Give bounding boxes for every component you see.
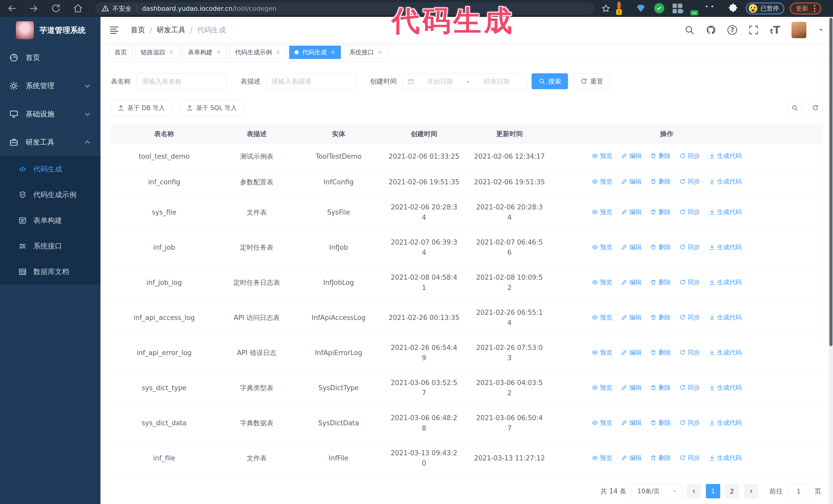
edit-link[interactable]: 编辑 bbox=[621, 347, 642, 358]
sync-link[interactable]: 同步 bbox=[680, 151, 700, 161]
sync-link[interactable]: 同步 bbox=[680, 207, 700, 217]
generate-code-link[interactable]: 生成代码 bbox=[709, 383, 742, 393]
sync-link[interactable]: 同步 bbox=[680, 176, 700, 187]
generate-code-link[interactable]: 生成代码 bbox=[709, 417, 742, 428]
sync-link[interactable]: 同步 bbox=[680, 453, 700, 463]
sidebar-item-home[interactable]: 首页 bbox=[0, 44, 100, 72]
generate-code-link[interactable]: 生成代码 bbox=[709, 277, 742, 287]
sidebar-item-devtools[interactable]: 研发工具 bbox=[0, 128, 100, 157]
date-range-picker[interactable]: 开始日期 - 结束日期 bbox=[402, 73, 527, 89]
delete-link[interactable]: 删除 bbox=[650, 347, 671, 358]
generate-code-link[interactable]: 生成代码 bbox=[709, 312, 742, 322]
preview-link[interactable]: 预览 bbox=[592, 242, 612, 252]
fullscreen-icon[interactable] bbox=[748, 25, 759, 35]
sidebar-item-db-doc[interactable]: 数据库文档 bbox=[0, 259, 100, 285]
tab-home[interactable]: 首页 bbox=[109, 46, 132, 59]
edit-link[interactable]: 编辑 bbox=[621, 312, 642, 322]
tab-codegen[interactable]: 代码生成 bbox=[289, 46, 341, 59]
page-button-1[interactable]: 1 bbox=[706, 484, 720, 498]
sync-link[interactable]: 同步 bbox=[680, 383, 700, 393]
delete-link[interactable]: 删除 bbox=[650, 277, 671, 287]
tab-form-builder[interactable]: 表单构建 bbox=[183, 46, 227, 59]
avatar[interactable] bbox=[791, 22, 806, 38]
edit-link[interactable]: 编辑 bbox=[621, 453, 642, 463]
profile-paused-chip[interactable]: 已暂停 bbox=[746, 3, 784, 14]
delete-link[interactable]: 删除 bbox=[650, 453, 671, 463]
delete-link[interactable]: 删除 bbox=[650, 383, 671, 393]
delete-link[interactable]: 删除 bbox=[650, 312, 671, 322]
preview-link[interactable]: 预览 bbox=[592, 383, 612, 393]
extension-dark-icon[interactable]: on bbox=[691, 3, 702, 14]
breadcrumb-home[interactable]: 首页 bbox=[131, 25, 145, 35]
generate-code-link[interactable]: 生成代码 bbox=[709, 151, 742, 161]
forward-icon[interactable] bbox=[29, 3, 39, 14]
page-button-2[interactable]: 2 bbox=[725, 484, 739, 498]
reset-button[interactable]: 重置 bbox=[574, 73, 610, 89]
hamburger-icon[interactable] bbox=[109, 25, 119, 35]
preview-link[interactable]: 预览 bbox=[592, 151, 612, 161]
delete-link[interactable]: 删除 bbox=[650, 242, 671, 252]
sidebar-item-api[interactable]: 系统接口 bbox=[0, 233, 100, 259]
help-icon[interactable]: ? bbox=[728, 25, 737, 35]
tab-tracing[interactable]: 链路追踪 bbox=[135, 46, 180, 59]
extension-orange-icon[interactable]: 1 bbox=[617, 3, 628, 14]
sidebar-logo[interactable]: 芋道管理系统 bbox=[0, 17, 100, 44]
tab-api[interactable]: 系统接口 bbox=[344, 46, 388, 59]
sidebar-item-codegen-example[interactable]: 代码生成示例 bbox=[0, 182, 100, 208]
extension-gem-icon[interactable] bbox=[636, 3, 646, 14]
goto-page-input[interactable] bbox=[787, 484, 810, 498]
search-toggle-button[interactable] bbox=[787, 100, 802, 115]
prev-page-button[interactable] bbox=[687, 484, 701, 498]
back-icon[interactable] bbox=[7, 3, 17, 14]
extension-check-icon[interactable] bbox=[654, 3, 665, 14]
caret-down-icon[interactable] bbox=[818, 27, 824, 33]
sidebar-item-system[interactable]: 系统管理 bbox=[0, 72, 100, 100]
search-button[interactable]: 搜索 bbox=[531, 73, 568, 89]
close-icon[interactable] bbox=[276, 50, 281, 55]
extension-grid-icon[interactable] bbox=[672, 3, 683, 14]
table-name-input[interactable] bbox=[136, 73, 227, 89]
generate-code-link[interactable]: 生成代码 bbox=[709, 242, 742, 252]
font-size-icon[interactable]: tT bbox=[770, 25, 780, 35]
generate-code-link[interactable]: 生成代码 bbox=[709, 207, 742, 217]
delete-link[interactable]: 删除 bbox=[650, 417, 671, 428]
page-size-select[interactable]: 10条/页 bbox=[631, 484, 682, 498]
db-import-button[interactable]: 基于 DB 导入 bbox=[111, 100, 172, 115]
edit-link[interactable]: 编辑 bbox=[621, 383, 642, 393]
edit-link[interactable]: 编辑 bbox=[621, 176, 642, 187]
preview-link[interactable]: 预览 bbox=[592, 453, 612, 463]
sql-import-button[interactable]: 基于 SQL 导入 bbox=[180, 100, 244, 115]
breadcrumb-devtools[interactable]: 研发工具 bbox=[157, 25, 185, 35]
browser-scrollbar[interactable] bbox=[829, 17, 833, 504]
search-icon[interactable] bbox=[684, 25, 695, 35]
home-icon[interactable] bbox=[73, 3, 83, 14]
preview-link[interactable]: 预览 bbox=[592, 417, 612, 428]
preview-link[interactable]: 预览 bbox=[592, 176, 612, 187]
address-bar[interactable]: 不安全 dashboard.yudao.iocoder.cn/tool/code… bbox=[95, 2, 595, 15]
generate-code-link[interactable]: 生成代码 bbox=[709, 176, 742, 187]
edit-link[interactable]: 编辑 bbox=[621, 207, 642, 217]
sync-link[interactable]: 同步 bbox=[680, 242, 700, 252]
delete-link[interactable]: 删除 bbox=[650, 151, 671, 161]
tab-codegen-example[interactable]: 代码生成示例 bbox=[230, 46, 286, 59]
close-icon[interactable] bbox=[169, 50, 174, 55]
next-page-button[interactable] bbox=[744, 484, 758, 498]
generate-code-link[interactable]: 生成代码 bbox=[709, 347, 742, 358]
table-desc-input[interactable] bbox=[266, 73, 356, 89]
generate-code-link[interactable]: 生成代码 bbox=[709, 453, 742, 463]
close-icon[interactable] bbox=[378, 50, 383, 55]
sync-link[interactable]: 同步 bbox=[680, 417, 700, 428]
edit-link[interactable]: 编辑 bbox=[621, 277, 642, 287]
preview-link[interactable]: 预览 bbox=[592, 207, 612, 217]
preview-link[interactable]: 预览 bbox=[592, 347, 612, 358]
sync-link[interactable]: 同步 bbox=[680, 277, 700, 287]
github-icon[interactable] bbox=[706, 25, 716, 35]
edit-link[interactable]: 编辑 bbox=[621, 417, 642, 428]
edit-link[interactable]: 编辑 bbox=[621, 151, 642, 161]
scrollbar-thumb[interactable] bbox=[829, 18, 832, 346]
preview-link[interactable]: 预览 bbox=[592, 277, 612, 287]
browser-menu-icon[interactable] bbox=[814, 8, 815, 9]
sidebar-item-form-builder[interactable]: 表单构建 bbox=[0, 208, 100, 233]
delete-link[interactable]: 删除 bbox=[650, 176, 671, 187]
close-icon[interactable] bbox=[216, 50, 221, 55]
